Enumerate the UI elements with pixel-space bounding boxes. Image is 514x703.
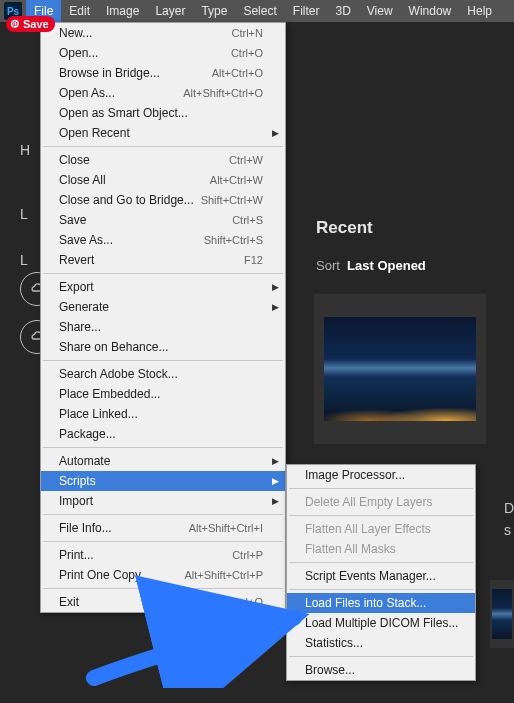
scripts-menu-item-script-events-manager[interactable]: Script Events Manager...: [287, 566, 475, 586]
file-menu-item-browse-in-bridge[interactable]: Browse in Bridge...Alt+Ctrl+O: [41, 63, 285, 83]
scripts-menu-item-flatten-all-masks: Flatten All Masks: [287, 539, 475, 559]
menu-item-label: Close and Go to Bridge...: [59, 193, 201, 207]
file-menu-item-export[interactable]: Export▶: [41, 277, 285, 297]
file-menu: New...Ctrl+NOpen...Ctrl+OBrowse in Bridg…: [40, 22, 286, 613]
file-menu-item-close-and-go-to-bridge[interactable]: Close and Go to Bridge...Shift+Ctrl+W: [41, 190, 285, 210]
menubar-item-3d[interactable]: 3D: [327, 0, 358, 22]
file-menu-item-print-one-copy[interactable]: Print One CopyAlt+Shift+Ctrl+P: [41, 565, 285, 585]
menu-item-label: Close All: [59, 173, 210, 187]
menu-separator: [43, 360, 283, 361]
file-menu-item-place-linked[interactable]: Place Linked...: [41, 404, 285, 424]
menu-separator: [289, 589, 473, 590]
file-menu-item-place-embedded[interactable]: Place Embedded...: [41, 384, 285, 404]
file-menu-item-save-as[interactable]: Save As...Shift+Ctrl+S: [41, 230, 285, 250]
menu-item-label: Save As...: [59, 233, 204, 247]
menubar-item-edit[interactable]: Edit: [61, 0, 98, 22]
menu-item-label: Place Linked...: [59, 407, 263, 421]
file-menu-item-search-adobe-stock[interactable]: Search Adobe Stock...: [41, 364, 285, 384]
menu-item-accelerator: Shift+Ctrl+S: [204, 234, 263, 246]
menu-item-label: Exit: [59, 595, 231, 609]
menu-separator: [289, 562, 473, 563]
menu-item-label: New...: [59, 26, 232, 40]
save-label: Save: [23, 18, 49, 30]
menu-item-accelerator: Alt+Shift+Ctrl+I: [189, 522, 263, 534]
recent-thumbnail[interactable]: [314, 294, 486, 444]
file-menu-item-close-all[interactable]: Close AllAlt+Ctrl+W: [41, 170, 285, 190]
menu-item-label: Export: [59, 280, 263, 294]
submenu-arrow-icon: ▶: [272, 456, 279, 466]
menu-item-label: Flatten All Layer Effects: [305, 522, 453, 536]
menu-separator: [43, 273, 283, 274]
sort-control[interactable]: Sort Last Opened: [316, 258, 426, 273]
menu-item-label: Print One Copy: [59, 568, 184, 582]
scripts-menu-item-flatten-all-layer-effects: Flatten All Layer Effects: [287, 519, 475, 539]
menu-item-accelerator: Shift+Ctrl+W: [201, 194, 263, 206]
frag-l2: L: [20, 252, 30, 270]
pinterest-save-button[interactable]: Save: [6, 16, 55, 32]
frag-h: H: [20, 142, 30, 160]
file-menu-item-file-info[interactable]: File Info...Alt+Shift+Ctrl+I: [41, 518, 285, 538]
file-menu-item-open-as-smart-object[interactable]: Open as Smart Object...: [41, 103, 285, 123]
scripts-menu-item-browse[interactable]: Browse...: [287, 660, 475, 680]
frag-s: s: [504, 522, 514, 538]
menu-item-label: Import: [59, 494, 263, 508]
file-menu-item-import[interactable]: Import▶: [41, 491, 285, 511]
menu-item-accelerator: Alt+Shift+Ctrl+O: [183, 87, 263, 99]
menubar-item-select[interactable]: Select: [235, 0, 284, 22]
file-menu-item-open[interactable]: Open...Ctrl+O: [41, 43, 285, 63]
scripts-menu-item-load-multiple-dicom-files[interactable]: Load Multiple DICOM Files...: [287, 613, 475, 633]
recent-thumbnail-2[interactable]: [490, 580, 514, 648]
menubar-item-image[interactable]: Image: [98, 0, 147, 22]
recent-heading: Recent: [316, 218, 426, 238]
menu-item-label: Print...: [59, 548, 232, 562]
pin-icon: [10, 19, 20, 29]
file-menu-item-open-recent[interactable]: Open Recent▶: [41, 123, 285, 143]
menu-item-label: Open Recent: [59, 126, 263, 140]
menubar-item-filter[interactable]: Filter: [285, 0, 328, 22]
file-menu-item-new[interactable]: New...Ctrl+N: [41, 23, 285, 43]
file-menu-item-package[interactable]: Package...: [41, 424, 285, 444]
file-menu-item-save[interactable]: SaveCtrl+S: [41, 210, 285, 230]
file-menu-item-close[interactable]: CloseCtrl+W: [41, 150, 285, 170]
file-menu-item-open-as[interactable]: Open As...Alt+Shift+Ctrl+O: [41, 83, 285, 103]
file-menu-item-generate[interactable]: Generate▶: [41, 297, 285, 317]
scripts-submenu: Image Processor...Delete All Empty Layer…: [286, 464, 476, 681]
menu-item-label: Share...: [59, 320, 263, 334]
menubar-item-type[interactable]: Type: [193, 0, 235, 22]
file-menu-item-automate[interactable]: Automate▶: [41, 451, 285, 471]
menubar-item-layer[interactable]: Layer: [147, 0, 193, 22]
scripts-menu-item-image-processor[interactable]: Image Processor...: [287, 465, 475, 485]
submenu-arrow-icon: ▶: [272, 128, 279, 138]
menubar-item-help[interactable]: Help: [459, 0, 500, 22]
file-menu-item-exit[interactable]: ExitCtrl+Q: [41, 592, 285, 612]
menu-separator: [43, 514, 283, 515]
menu-item-accelerator: Ctrl+P: [232, 549, 263, 561]
file-menu-item-share-on-behance[interactable]: Share on Behance...: [41, 337, 285, 357]
menu-item-label: Search Adobe Stock...: [59, 367, 263, 381]
menu-separator: [43, 541, 283, 542]
file-menu-item-revert[interactable]: RevertF12: [41, 250, 285, 270]
menu-separator: [43, 588, 283, 589]
menu-item-label: Revert: [59, 253, 244, 267]
thumbnail-image: [324, 317, 476, 421]
menubar-item-window[interactable]: Window: [401, 0, 460, 22]
menu-item-label: Script Events Manager...: [305, 569, 453, 583]
menu-item-label: Automate: [59, 454, 263, 468]
menu-item-label: Generate: [59, 300, 263, 314]
menu-item-accelerator: Ctrl+O: [231, 47, 263, 59]
menu-item-accelerator: Alt+Ctrl+W: [210, 174, 263, 186]
menu-item-label: Browse in Bridge...: [59, 66, 212, 80]
file-menu-item-scripts[interactable]: Scripts▶: [41, 471, 285, 491]
menubar-item-view[interactable]: View: [359, 0, 401, 22]
menu-item-accelerator: Ctrl+W: [229, 154, 263, 166]
sort-value: Last Opened: [347, 258, 426, 273]
file-menu-item-print[interactable]: Print...Ctrl+P: [41, 545, 285, 565]
thumbnail-image-2: [492, 589, 512, 639]
frag-d: D: [504, 500, 514, 516]
menu-item-label: Place Embedded...: [59, 387, 263, 401]
scripts-menu-item-load-files-into-stack[interactable]: Load Files into Stack...: [287, 593, 475, 613]
menubar: Ps FileEditImageLayerTypeSelectFilter3DV…: [0, 0, 514, 22]
menu-item-label: Open As...: [59, 86, 183, 100]
file-menu-item-share[interactable]: Share...: [41, 317, 285, 337]
scripts-menu-item-statistics[interactable]: Statistics...: [287, 633, 475, 653]
